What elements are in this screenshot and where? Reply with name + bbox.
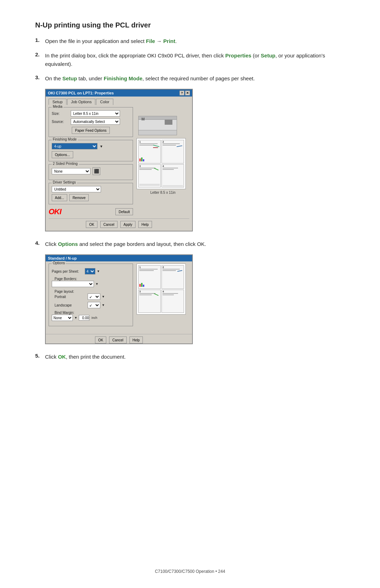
- nup-img-1: [153, 144, 159, 151]
- apply-button[interactable]: Apply: [120, 221, 135, 228]
- printer-body: M: [138, 116, 177, 135]
- setup-tab-link: Setup: [62, 75, 77, 81]
- step-5: 5. Click OK, then print the document.: [35, 353, 345, 361]
- landscape-dropdown-arrow: ▼: [102, 303, 105, 307]
- printer-screen: [165, 119, 172, 125]
- tab-job-options[interactable]: Job Options: [67, 99, 96, 105]
- dialog2-bottom-buttons: OK Cancel Help: [46, 334, 192, 343]
- bind-num-input[interactable]: [79, 315, 89, 321]
- options-link: Options: [58, 241, 78, 247]
- dialog1-bottom-buttons: OK Cancel Apply Help: [49, 218, 189, 228]
- file-link: File: [146, 38, 155, 44]
- ok-button[interactable]: OK: [86, 221, 97, 228]
- default-button[interactable]: Default: [115, 208, 133, 215]
- bind-select[interactable]: None: [52, 315, 73, 321]
- dialog1-inner: Media Size: Letter 8.5 x 11in Source: Au…: [49, 107, 189, 216]
- pps-dropdown-arrow: ▼: [97, 270, 100, 273]
- landscape-row: Landscape ↙ ▼: [52, 302, 130, 308]
- landscape-select[interactable]: ↙: [88, 302, 100, 308]
- size-select[interactable]: Letter 8.5 x 11in: [71, 110, 120, 117]
- tab-color[interactable]: Color: [96, 99, 113, 105]
- dialog2-body: Options Pages per Sheet: 4 ▼ Page Border…: [46, 261, 192, 332]
- nup-cell-1: 1: [138, 140, 161, 163]
- portrait-row: Portrait ↙ ▼: [52, 293, 130, 300]
- remove-button[interactable]: Remove: [69, 194, 89, 201]
- page-footer: C7100/C7300/C7500 Operation • 244: [0, 569, 380, 574]
- dialog2-cancel-button[interactable]: Cancel: [109, 336, 126, 343]
- standard-nup-dialog: Standard / N-up Options Pages per Sheet:…: [45, 254, 193, 344]
- properties-link: Properties: [225, 52, 251, 58]
- step-text-1: Open the file in your application and se…: [45, 37, 345, 45]
- dialog2-right: 1 2: [137, 264, 189, 329]
- portrait-label: Portrait: [55, 295, 86, 299]
- twosided-select[interactable]: None: [52, 168, 90, 174]
- source-select[interactable]: Automatically Select: [71, 118, 120, 125]
- pps-label: Pages per Sheet:: [52, 270, 83, 273]
- bind-row: None ▼ inch: [52, 315, 130, 321]
- cancel-button[interactable]: Cancel: [100, 221, 118, 228]
- borders-dropdown-arrow: ▼: [95, 282, 99, 286]
- bind-unit: inch: [91, 316, 97, 320]
- source-row: Source: Automatically Select: [52, 118, 130, 125]
- finishing-mode-group: Finishing Mode 4-up ▼ Options...: [49, 140, 133, 161]
- bind-section: Bind Margin: None ▼ inch: [52, 310, 130, 321]
- portrait-select[interactable]: ↙: [88, 293, 100, 300]
- size-display: Letter 8.5 x 11in: [137, 191, 189, 194]
- borders-label: Page Borders:: [55, 277, 77, 281]
- dialog2-titlebar: Standard / N-up: [46, 255, 192, 261]
- properties-dialog: OKI C7300 PCL on LPT1: Properties ? ✕ Se…: [45, 89, 193, 231]
- pps-row: Pages per Sheet: 4 ▼: [52, 268, 130, 274]
- dialog1-footer: OKI Default: [49, 207, 133, 216]
- printer-m-label: M: [141, 117, 145, 121]
- dialog1-titlebar-buttons: ? ✕: [179, 91, 190, 95]
- pps-select[interactable]: 4: [85, 268, 95, 274]
- step-1: 1. Open the file in your application and…: [35, 37, 345, 45]
- nup-cell-3: 3: [138, 164, 161, 188]
- close-titlebar-btn[interactable]: ✕: [185, 91, 190, 95]
- nup-cell-2-2: 2: [162, 265, 184, 289]
- dialog2-ok-button[interactable]: OK: [95, 336, 106, 343]
- driver-select[interactable]: Untitled: [52, 186, 101, 192]
- twosided-group: 2 Sided Printing None ⬛: [49, 164, 133, 180]
- nup-cell-2-1: 1: [138, 265, 161, 289]
- options-group: Options Pages per Sheet: 4 ▼ Page Border…: [49, 264, 133, 326]
- dialog1-title: OKI C7300 PCL on LPT1: Properties: [48, 91, 114, 95]
- portrait-dropdown-arrow: ▼: [102, 295, 105, 298]
- step-4: 4. Click Options and select the page bor…: [35, 240, 345, 248]
- printer-tray: [139, 130, 177, 135]
- media-group-title: Media: [52, 105, 63, 109]
- landscape-label: Landscape: [55, 303, 86, 307]
- finishing-mode-link: Finishing Mode: [104, 75, 142, 81]
- bind-label: Bind Margin:: [55, 311, 74, 315]
- print-link: Print: [163, 38, 175, 44]
- dialog2-help-button[interactable]: Help: [129, 336, 143, 343]
- paper-feed-button[interactable]: Paper Feed Options: [72, 127, 110, 134]
- driver-settings-group: Driver Settings Untitled Add... Remove: [49, 183, 133, 204]
- size-label: Size:: [52, 112, 69, 116]
- nup-preview-2: 1 2: [137, 264, 186, 315]
- dialog1-right: M 1: [137, 107, 189, 216]
- printer-preview: M: [137, 107, 182, 135]
- setup-link: Setup: [261, 52, 276, 58]
- layout-section: Page layout: Portrait ↙ ▼ Landscape ↙ ▼: [52, 289, 130, 308]
- step-text-4: Click Options and select the page border…: [45, 240, 345, 248]
- dialog2-left: Options Pages per Sheet: 4 ▼ Page Border…: [49, 264, 133, 329]
- borders-section: Page Borders: ▼: [52, 277, 130, 287]
- nup-cell-4: 4: [162, 164, 184, 188]
- finishing-select[interactable]: 4-up: [52, 143, 97, 149]
- dialog1-body: Setup Job Options Color Media Size: Lett…: [46, 97, 192, 231]
- help-button[interactable]: Help: [138, 221, 152, 228]
- help-titlebar-btn[interactable]: ?: [179, 91, 184, 95]
- step-num-1: 1.: [35, 37, 42, 45]
- tab-setup[interactable]: Setup: [49, 99, 66, 105]
- source-label: Source:: [52, 120, 69, 124]
- step-text-2: In the print dialog box, click the appro…: [45, 51, 345, 68]
- borders-select[interactable]: [52, 281, 94, 287]
- step-num-5: 5.: [35, 353, 42, 361]
- options-group-title: Options: [52, 261, 66, 265]
- add-button[interactable]: Add...: [52, 194, 67, 201]
- nup-img-3: [154, 167, 159, 172]
- step-num-2: 2.: [35, 51, 42, 68]
- dialog2-title: Standard / N-up: [48, 256, 77, 260]
- options-button[interactable]: Options...: [52, 151, 73, 158]
